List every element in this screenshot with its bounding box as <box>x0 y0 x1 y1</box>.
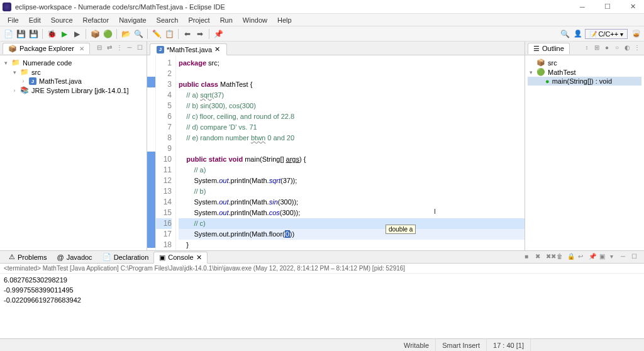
clear-console-icon[interactable]: 🗑 <box>557 253 565 262</box>
remove-all-icon[interactable]: ✖✖ <box>546 253 555 262</box>
src-node[interactable]: ▾📁src <box>3 67 144 77</box>
menu-edit[interactable]: Edit <box>24 15 46 25</box>
save-all-icon[interactable]: 💾 <box>28 28 39 40</box>
collapse-all-icon[interactable]: ⊟ <box>95 44 104 53</box>
menu-project[interactable]: Project <box>183 15 214 25</box>
separator <box>116 29 117 39</box>
outline-method[interactable]: ●main(String[]) : void <box>528 77 641 86</box>
jre-node[interactable]: ›📚JRE System Library [jdk-14.0.1] <box>3 86 144 95</box>
sort-icon[interactable]: ↕ <box>582 44 591 53</box>
console-header: <terminated> MathTest [Java Application]… <box>0 264 644 274</box>
link-editor-icon[interactable]: ⇄ <box>105 44 114 53</box>
java-perspective-icon[interactable]: 🥃 <box>630 28 641 40</box>
scroll-lock-icon[interactable]: 🔒 <box>567 253 576 262</box>
outline-pane: ☰ Outline ↕ ⊞ ● ○ ◐ ⋮ 📦src ▾🟢MathTest ●m… <box>525 42 644 250</box>
todo-icon[interactable]: 📋 <box>164 28 175 40</box>
forward-icon[interactable]: ➡ <box>194 28 206 40</box>
console-tab[interactable]: ▣Console ✕ <box>153 252 207 264</box>
maximize-pane-icon[interactable]: ☐ <box>631 253 640 262</box>
back-icon[interactable]: ⬅ <box>182 28 193 40</box>
access-icon[interactable]: 👤 <box>574 30 582 38</box>
filter-icon[interactable]: ⊞ <box>592 44 601 53</box>
menu-window[interactable]: Window <box>238 15 272 25</box>
menu-refactor[interactable]: Refactor <box>78 15 114 25</box>
hide-fields-icon[interactable]: ● <box>602 44 611 53</box>
editor-area: J *MathTest.java ✕ 123456789101112131415… <box>147 42 525 250</box>
maximize-button[interactable]: ☐ <box>599 3 616 11</box>
minimize-pane-icon[interactable]: ─ <box>125 44 134 53</box>
hide-nonpublic-icon[interactable]: ◐ <box>623 44 631 53</box>
menu-file[interactable]: File <box>3 15 24 25</box>
run-icon[interactable]: ▶ <box>58 28 70 40</box>
save-icon[interactable]: 💾 <box>15 28 26 40</box>
open-console-icon[interactable]: ▾ <box>610 253 619 262</box>
package-icon: 📦 <box>536 58 545 67</box>
open-type-icon[interactable]: 📂 <box>120 28 131 40</box>
coverage-icon[interactable]: ▶ <box>71 28 82 40</box>
menu-bar: File Edit Source Refactor Navigate Searc… <box>0 14 644 26</box>
minimize-button[interactable]: ─ <box>574 3 591 11</box>
status-writable: Writable <box>397 339 436 351</box>
menu-navigate[interactable]: Navigate <box>114 15 151 25</box>
search-icon[interactable]: 🔍 <box>133 28 144 40</box>
close-tab-icon[interactable]: ✕ <box>79 45 84 52</box>
pin-console-icon[interactable]: 📌 <box>589 253 597 262</box>
project-icon: 📁 <box>11 58 20 67</box>
minimize-pane-icon[interactable]: ─ <box>621 253 630 262</box>
method-icon: ● <box>545 77 550 85</box>
javadoc-icon: @ <box>57 254 64 261</box>
declaration-tab[interactable]: 📄Declaration <box>97 252 154 262</box>
perspective-selector[interactable]: 📝 C/C++ ▾ <box>585 29 628 39</box>
menu-source[interactable]: Source <box>46 15 78 25</box>
package-explorer-tab[interactable]: 📦 Package Explorer ✕ <box>3 43 90 54</box>
close-tab-icon[interactable]: ✕ <box>214 45 220 53</box>
menu-help[interactable]: Help <box>272 15 297 25</box>
project-node[interactable]: ▾📁Numerade code <box>3 58 144 67</box>
main-area: 📦 Package Explorer ✕ ⊟ ⇄ ⋮ ─ ☐ ▾📁Numerad… <box>0 42 644 250</box>
word-wrap-icon[interactable]: ↩ <box>578 253 587 262</box>
code-editor[interactable]: 1234567891011121314151617181920 double a… <box>147 55 525 250</box>
java-file-node[interactable]: ›JMathTest.java <box>3 77 144 86</box>
eclipse-icon <box>3 3 11 11</box>
hide-static-icon[interactable]: ○ <box>613 44 621 53</box>
editor-tab[interactable]: J *MathTest.java ✕ <box>150 43 227 55</box>
status-cursor-pos: 17 : 40 [1] <box>487 339 531 351</box>
new-package-icon[interactable]: 📦 <box>89 28 101 40</box>
view-menu-icon[interactable]: ⋮ <box>633 44 641 53</box>
declaration-icon: 📄 <box>103 253 111 261</box>
console-output[interactable]: 6.082762530298219 -0.9997558399011495 -0… <box>0 274 644 338</box>
toggle-mark-icon[interactable]: ✏️ <box>151 28 162 40</box>
terminate-icon[interactable]: ■ <box>525 253 533 262</box>
debug-icon[interactable]: 🐞 <box>46 28 57 40</box>
outline-package[interactable]: 📦src <box>528 58 641 67</box>
status-bar: Writable Smart Insert 17 : 40 [1] <box>0 338 644 351</box>
java-file-icon: J <box>29 77 36 85</box>
problems-icon: ⚠ <box>9 253 15 261</box>
code-area[interactable]: double a I package src;public class Math… <box>176 55 525 250</box>
main-toolbar: 📄 💾 💾 🐞 ▶ ▶ 📦 🟢 📂 🔍 ✏️ 📋 ⬅ ➡ 📌 🔍 👤 📝 C/C… <box>0 26 644 42</box>
separator <box>42 29 43 39</box>
menu-run[interactable]: Run <box>215 15 238 25</box>
close-button[interactable]: ✕ <box>624 3 641 11</box>
console-icon: ▣ <box>159 254 165 262</box>
outline-class[interactable]: ▾🟢MathTest <box>528 67 641 77</box>
new-class-icon[interactable]: 🟢 <box>102 28 113 40</box>
console-line: 6.082762530298219 <box>4 276 640 286</box>
console-line: -0.9997558399011495 <box>4 286 640 296</box>
quick-access-icon[interactable]: 🔍 <box>560 28 571 40</box>
menu-search[interactable]: Search <box>152 15 184 25</box>
separator <box>178 29 179 39</box>
pin-icon[interactable]: 📌 <box>213 28 224 40</box>
javadoc-tab[interactable]: @Javadoc <box>52 252 97 262</box>
close-tab-icon[interactable]: ✕ <box>196 254 202 262</box>
display-console-icon[interactable]: ▣ <box>599 253 608 262</box>
remove-launch-icon[interactable]: ✖ <box>535 253 544 262</box>
bottom-panel: ⚠Problems @Javadoc 📄Declaration ▣Console… <box>0 250 644 338</box>
separator <box>147 29 148 39</box>
console-line: -0.022096619278683942 <box>4 296 640 306</box>
problems-tab[interactable]: ⚠Problems <box>4 252 52 262</box>
view-menu-icon[interactable]: ⋮ <box>115 44 124 53</box>
maximize-pane-icon[interactable]: ☐ <box>135 44 144 53</box>
outline-tab[interactable]: ☰ Outline <box>528 43 570 54</box>
new-icon[interactable]: 📄 <box>3 28 14 40</box>
